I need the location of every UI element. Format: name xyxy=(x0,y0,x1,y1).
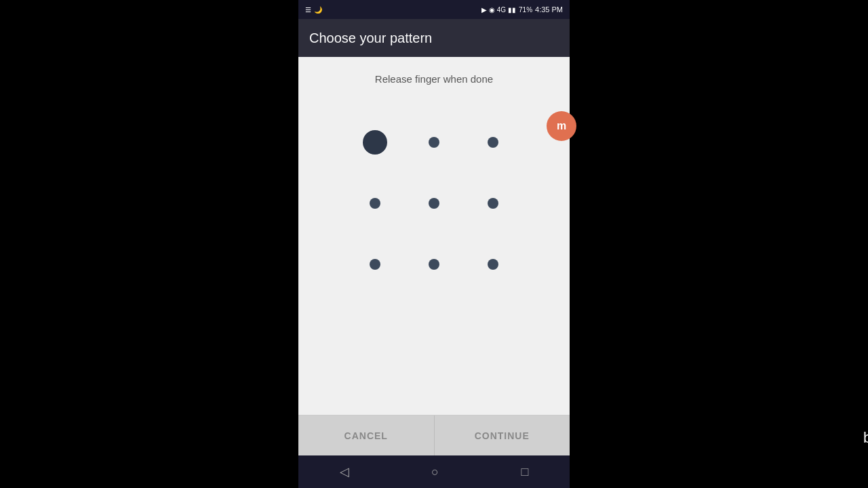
recent-button[interactable]: □ xyxy=(521,465,528,479)
app-notification-icon: ☰ xyxy=(305,6,311,14)
main-content: Release finger when done xyxy=(298,57,570,455)
instruction-text: Release finger when done xyxy=(375,73,493,85)
dot-cell-9[interactable] xyxy=(463,234,522,295)
avatar-letter: m xyxy=(557,120,566,132)
page-title: Choose your pattern xyxy=(309,30,432,46)
dot-cell-6[interactable] xyxy=(463,173,522,234)
4g-icon: 4G xyxy=(497,6,506,14)
signal-icons: ▶ ◉ 4G ▮▮ xyxy=(481,6,516,14)
pattern-dot-6[interactable] xyxy=(488,198,498,209)
status-bar: ☰ 🌙 ▶ ◉ 4G ▮▮ 71% 4:35 PM xyxy=(298,0,570,19)
app-header: Choose your pattern xyxy=(298,19,570,57)
watermark-brand-top: CyberLink xyxy=(863,419,868,426)
back-button[interactable]: ◁ xyxy=(340,464,349,479)
battery-text: 71% xyxy=(519,6,532,14)
pattern-dot-1[interactable] xyxy=(363,130,387,155)
watermark-brand-bottom: by PowerDirector xyxy=(863,426,868,447)
dot-cell-2[interactable] xyxy=(405,112,464,173)
pattern-dot-9[interactable] xyxy=(488,259,498,270)
cancel-button[interactable]: CANCEL xyxy=(298,415,435,455)
dot-cell-4[interactable] xyxy=(346,173,405,234)
status-bar-left: ☰ 🌙 xyxy=(305,6,322,14)
dot-cell-7[interactable] xyxy=(346,234,405,295)
pattern-dot-7[interactable] xyxy=(370,259,380,270)
pattern-grid[interactable] xyxy=(346,112,522,295)
button-row: CANCEL CONTINUE xyxy=(298,415,570,455)
dot-cell-1[interactable] xyxy=(346,112,405,173)
home-button[interactable]: ○ xyxy=(431,465,439,479)
network-icon: ▮▮ xyxy=(508,6,516,14)
pattern-dot-8[interactable] xyxy=(429,259,439,270)
pattern-dot-4[interactable] xyxy=(370,198,380,209)
moon-icon: 🌙 xyxy=(314,6,322,14)
continue-button[interactable]: CONTINUE xyxy=(435,415,570,455)
watermark: CyberLink by PowerDirector xyxy=(863,419,868,447)
avatar: m xyxy=(547,111,576,141)
dot-cell-3[interactable] xyxy=(463,112,522,173)
dot-cell-8[interactable] xyxy=(405,234,464,295)
nav-bar: ◁ ○ □ xyxy=(298,455,570,488)
dot-cell-5[interactable] xyxy=(405,173,464,234)
watermark-prefix: by xyxy=(863,429,868,446)
pattern-dot-2[interactable] xyxy=(429,137,439,148)
pattern-dot-5[interactable] xyxy=(429,198,439,209)
clock: 4:35 PM xyxy=(535,5,563,14)
dnd-icon: ◉ xyxy=(489,6,495,14)
cast-icon: ▶ xyxy=(481,6,487,14)
pattern-dot-3[interactable] xyxy=(488,137,498,148)
